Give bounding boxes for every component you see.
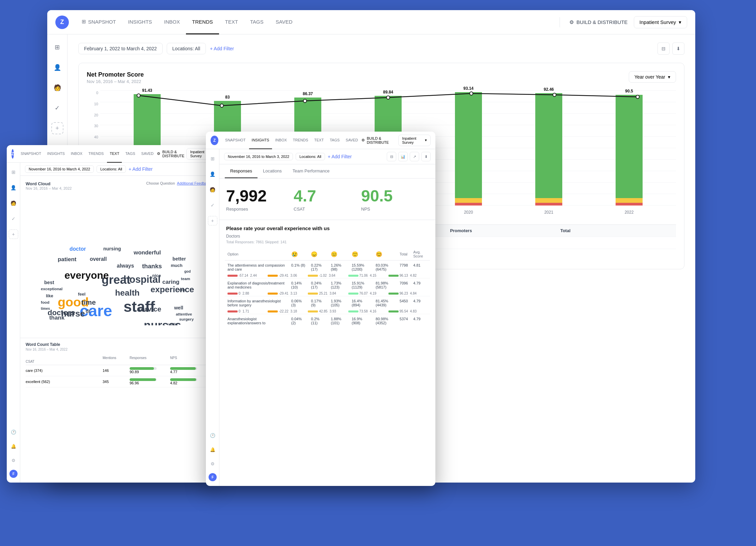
cloud-word-times[interactable]: times (41, 307, 50, 310)
cloud-word-everyone[interactable]: everyone (64, 270, 109, 281)
tab-insights[interactable]: INSIGHTS (122, 10, 158, 34)
resp-tab-team[interactable]: Team Performance (287, 164, 335, 178)
tab-tags[interactable]: TAGS (244, 10, 270, 34)
cloud-word-one[interactable]: one (179, 288, 185, 292)
resp-tab-responses[interactable]: Responses (225, 164, 258, 178)
add-filter-btn[interactable]: + Add Filter (210, 46, 234, 51)
resp-tab-trends[interactable]: TRENDS (290, 132, 311, 149)
cloud-word-excellent[interactable]: excellent (49, 324, 107, 325)
resp-tab-text[interactable]: TEXT (312, 132, 326, 149)
cloud-word-caring[interactable]: caring (162, 279, 180, 285)
tab-text[interactable]: TEXT (219, 10, 244, 34)
cloud-word-nursing[interactable]: nursing (103, 246, 121, 251)
cloud-word-experience[interactable]: experience (151, 285, 194, 294)
sidebar-icon-add[interactable]: + (51, 122, 63, 134)
cloud-word-wonderful[interactable]: wonderful (134, 249, 161, 256)
cloud-word-nice[interactable]: nice (152, 273, 161, 278)
text-sidebar-grid[interactable]: ⊞ (9, 167, 18, 177)
cloud-word-like[interactable]: like (46, 293, 53, 298)
resp-icon-share[interactable]: ↗ (410, 152, 419, 161)
text-sidebar-check[interactable]: ✓ (9, 214, 18, 223)
resp-bottom-profile[interactable]: F (209, 473, 217, 481)
tab-snapshot[interactable]: ⊞ SNAPSHOT (76, 10, 122, 34)
cloud-word-service[interactable]: service (137, 305, 161, 313)
text-tab-snapshot[interactable]: SNAPSHOT (18, 145, 44, 163)
text-sidebar-add[interactable]: + (9, 229, 18, 239)
text-bottom-gear[interactable]: ⚙ (9, 456, 18, 465)
sidebar-icon-grid[interactable]: ⊞ (51, 41, 63, 53)
resp-sidebar-person[interactable]: 🧑 (208, 185, 217, 194)
cloud-word-doctor[interactable]: doctor (70, 246, 86, 252)
resp-tab-inbox[interactable]: INBOX (273, 132, 290, 149)
text-tab-tags[interactable]: TAGS (123, 145, 138, 163)
resp-logo[interactable]: Z (211, 136, 218, 145)
main-logo[interactable]: Z (55, 16, 69, 29)
resp-sidebar-check[interactable]: ✓ (208, 200, 217, 210)
resp-tab-snapshot[interactable]: SNAPSHOT (222, 132, 248, 149)
resp-icon-table[interactable]: ⊟ (387, 152, 396, 161)
text-bottom-bell[interactable]: 🔔 (9, 441, 18, 451)
cloud-word-food[interactable]: food (41, 300, 49, 304)
tab-inbox[interactable]: INBOX (158, 10, 186, 34)
cloud-word-always[interactable]: always (117, 263, 134, 269)
cloud-word-team[interactable]: team (181, 276, 190, 281)
tab-saved[interactable]: SAVED (270, 10, 299, 34)
text-tab-insights[interactable]: INSIGHTS (45, 145, 68, 163)
resp-tab-saved[interactable]: SAVED (343, 132, 360, 149)
cloud-word-dr[interactable]: dr (86, 308, 90, 314)
cloud-word-thank[interactable]: thank (49, 315, 64, 321)
cloud-word-best[interactable]: best (44, 280, 54, 285)
resp-icon-download[interactable]: ⬇ (421, 152, 431, 161)
resp-tab-tags[interactable]: TAGS (327, 132, 342, 149)
cloud-word-well[interactable]: well (174, 305, 183, 310)
text-logo[interactable]: Z (11, 149, 14, 159)
text-location-filter[interactable]: Locations: All (97, 165, 126, 173)
download-btn[interactable]: ⬇ (672, 43, 684, 55)
tab-trends[interactable]: TRENDS (186, 10, 219, 34)
resp-date-filter[interactable]: November 16, 2016 to March 3, 2022 (224, 153, 293, 160)
location-filter[interactable]: Locations: All (167, 43, 206, 54)
text-add-filter[interactable]: + Add Filter (129, 166, 153, 172)
cloud-word-exceptional[interactable]: exceptional (41, 286, 62, 291)
resp-icon-chart[interactable]: 📊 (398, 152, 408, 161)
resp-sidebar-user[interactable]: 👤 (208, 169, 217, 179)
text-bottom-profile[interactable]: F (9, 470, 18, 478)
resp-bottom-clock[interactable]: 🕐 (208, 431, 217, 440)
cloud-word-really[interactable]: really (167, 322, 178, 325)
date-filter[interactable]: February 1, 2022 to March 4, 2022 (78, 43, 163, 54)
survey-selector[interactable]: Inpatient Survey ▾ (634, 16, 687, 28)
text-tab-text[interactable]: TEXT (107, 145, 122, 163)
resp-sidebar-add[interactable]: + (208, 216, 217, 225)
cloud-word-attentive[interactable]: attentive (176, 312, 192, 316)
text-sidebar-person[interactable]: 🧑 (9, 198, 18, 208)
cloud-word-surgery[interactable]: surgery (179, 317, 194, 321)
cloud-word-thanks[interactable]: thanks (142, 263, 162, 270)
cloud-word-feel[interactable]: feel (78, 292, 85, 297)
resp-tab-locations[interactable]: Locations (258, 164, 287, 178)
cloud-word-time[interactable]: time (81, 298, 96, 306)
resp-sidebar-grid[interactable]: ⊞ (208, 154, 217, 163)
table-view-btn[interactable]: ⊟ (657, 43, 670, 55)
text-tab-inbox[interactable]: INBOX (68, 145, 85, 163)
resp-survey-selector[interactable]: Inpatient Survey ▾ (398, 135, 431, 146)
sidebar-icon-user[interactable]: 👤 (51, 61, 63, 74)
cloud-word-patient[interactable]: patient (58, 256, 76, 263)
build-distribute-btn[interactable]: ⚙ BUILD & DISTRIBUTE (563, 10, 634, 34)
cloud-word-overall[interactable]: overall (90, 256, 107, 262)
cloud-word-health[interactable]: health (115, 288, 140, 298)
resp-tab-insights[interactable]: INSIGHTS (249, 132, 272, 149)
text-date-filter[interactable]: November 16, 2016 to March 4, 2022 (25, 165, 94, 173)
text-bottom-clock[interactable]: 🕐 (9, 427, 18, 437)
period-selector[interactable]: Year over Year ▾ (629, 71, 676, 83)
cloud-word-much[interactable]: much (171, 263, 183, 268)
cloud-word-better[interactable]: better (172, 256, 186, 262)
resp-location-filter[interactable]: Locations: All (296, 153, 325, 160)
text-sidebar-user[interactable]: 👤 (9, 183, 18, 192)
resp-add-filter[interactable]: + Add Filter (328, 154, 352, 159)
sidebar-icon-check[interactable]: ✓ (51, 102, 63, 114)
resp-bottom-gear[interactable]: ⚙ (208, 459, 217, 468)
text-tab-saved[interactable]: SAVED (139, 145, 156, 163)
resp-bottom-bell[interactable]: 🔔 (208, 445, 217, 454)
sidebar-icon-person[interactable]: 🧑 (51, 82, 63, 94)
cloud-word-god[interactable]: god (184, 270, 191, 273)
